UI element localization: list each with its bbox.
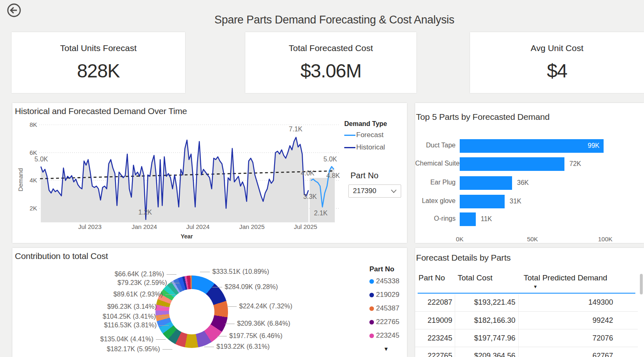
donut-legend-item-223245[interactable]: 223245 <box>369 331 400 340</box>
kpi-label: Total Units Forecast <box>60 43 137 53</box>
donut-slice-label: $333.51K (10.89%) <box>212 268 269 275</box>
table-row[interactable]: 219009$182,166.3099242 <box>415 311 638 329</box>
label-connector <box>212 287 222 287</box>
table-scrollbar-thumb[interactable] <box>640 274 643 294</box>
y-tick-label: 8K <box>21 121 37 128</box>
column-header-total-cost[interactable]: Total Cost <box>458 273 492 282</box>
column-header-part-no[interactable]: Part No <box>418 273 445 282</box>
bar-x-tick-label: 100K <box>598 236 612 243</box>
bar-x-tick-label: 50K <box>527 236 538 243</box>
chevron-down-icon <box>391 189 397 193</box>
historical-area <box>41 138 308 223</box>
legend-dot-icon <box>369 279 374 284</box>
bar-value-label: 31K <box>510 198 521 205</box>
table-cell: 99242 <box>539 316 613 325</box>
data-point-label: 4.0K <box>301 170 315 177</box>
x-tick-label: Jan 2025 <box>239 223 265 230</box>
demand-line-chart[interactable] <box>39 121 340 226</box>
part-no-slicer-label: Part No <box>350 171 378 180</box>
donut-slice-label: $79.23K (2.59%) <box>118 279 167 287</box>
x-axis-title: Year <box>181 233 193 240</box>
bar-category-label: O-rings <box>415 215 456 222</box>
donut-chart-title: Contribution to total Cost <box>15 251 108 261</box>
donut-slice-label: $209.36K (6.84%) <box>237 320 290 327</box>
legend-line-swatch <box>344 135 355 136</box>
label-connector <box>227 306 237 307</box>
kpi-value: $4 <box>547 60 567 82</box>
label-connector <box>159 325 169 326</box>
donut-slice-label: $197.75K (6.46%) <box>229 332 282 340</box>
donut-slice-label: $66.64K (2.18%) <box>115 271 164 278</box>
column-header-total-predicted-demand[interactable]: Total Predicted Demand <box>524 273 607 282</box>
legend-dot-icon <box>369 334 374 338</box>
table-row[interactable]: 222087$193,221.45149300 <box>415 294 638 311</box>
label-connector <box>204 347 214 347</box>
legend-line-swatch <box>344 147 355 148</box>
table-row[interactable]: 223245$197,747.9672076 <box>415 329 638 347</box>
bar-duct-tape[interactable]: 99K <box>460 139 604 153</box>
sort-descending-icon[interactable]: ▼ <box>533 284 538 289</box>
table-body: 222087$193,221.45149300219009$182,166.30… <box>415 294 638 357</box>
donut-legend-label: 245387 <box>376 304 400 313</box>
table-title: Forecast Details by Parts <box>416 253 511 263</box>
donut-legend-title: Part No <box>369 265 394 273</box>
kpi-value: 828K <box>77 60 120 82</box>
donut-panel: Contribution to total Cost $333.51K (10.… <box>12 248 407 357</box>
part-no-dropdown[interactable]: 217390 <box>348 184 401 198</box>
details-table-panel: Forecast Details by Parts Part NoTotal C… <box>415 248 644 357</box>
kpi-value: $3.06M <box>301 60 361 82</box>
table-cell: 219009 <box>418 316 452 325</box>
table-cell: 72076 <box>539 334 613 343</box>
donut-hole <box>169 289 214 334</box>
bar-category-label: Chemical Suite <box>415 160 456 167</box>
legend-item-label: Historical <box>356 143 385 152</box>
bar-latex-glove[interactable] <box>460 195 505 208</box>
bar-value-label: 72K <box>569 160 581 168</box>
donut-legend-label: 219029 <box>376 291 400 299</box>
donut-legend-item-222765[interactable]: 222765 <box>369 318 400 326</box>
label-connector <box>159 307 169 307</box>
bar-o-rings[interactable] <box>460 212 476 226</box>
donut-legend-item-245387[interactable]: 245387 <box>369 304 400 313</box>
table-cell: 222765 <box>418 352 452 357</box>
donut-legend-label: 222765 <box>376 318 400 326</box>
label-connector <box>165 294 175 295</box>
bar-category-label: Duct Tape <box>415 142 456 149</box>
legend-item-historical[interactable]: Historical <box>344 143 385 152</box>
donut-slice-label: $116.53K (3.81%) <box>104 322 157 329</box>
part-no-dropdown-value: 217390 <box>353 187 376 195</box>
donut-legend-item-245338[interactable]: 245338 <box>369 277 400 285</box>
back-arrow-icon <box>6 2 22 19</box>
legend-item-forecast[interactable]: Forecast <box>344 131 383 139</box>
kpi-card-avg-unit-cost: Avg Unit Cost $4 <box>470 32 644 93</box>
top5-bar-panel: Top 5 Parts by Forecasted Demand Duct Ta… <box>415 103 644 243</box>
table-cell: $193,221.45 <box>465 298 515 307</box>
table-cell: 222087 <box>418 298 452 307</box>
label-connector <box>225 324 235 324</box>
table-cell: $182,166.30 <box>465 316 515 325</box>
donut-legend-item-219029[interactable]: 219029 <box>369 291 400 299</box>
legend-more-icon[interactable]: ▼ <box>383 346 389 352</box>
data-point-label: 7.1K <box>289 126 303 133</box>
table-cell: $209,364.56 <box>465 352 515 357</box>
kpi-label: Avg Unit Cost <box>531 43 583 53</box>
bar-value-label: 99K <box>588 142 599 149</box>
kpi-card-total-forecasted-cost: Total Forecasted Cost $3.06M <box>245 32 416 93</box>
donut-slice-label: $96.23K (3.14%) <box>107 303 157 310</box>
data-point-label: 4.8K <box>327 172 340 180</box>
label-connector <box>158 317 168 317</box>
legend-dot-icon <box>369 293 374 297</box>
page-title: Spare Parts Demand Forecasting & Cost An… <box>25 14 644 26</box>
table-row[interactable]: 222765$209,364.5662767 <box>415 347 638 357</box>
donut-legend-label: 223245 <box>376 331 400 340</box>
bar-chemical-suite[interactable] <box>460 157 564 171</box>
table-cell: 149300 <box>539 298 613 307</box>
demand-chart-panel: Historical and Forecasted Demand Over Ti… <box>12 103 407 243</box>
label-connector <box>200 272 210 272</box>
bar-value-label: 11K <box>481 215 492 223</box>
legend-dot-icon <box>369 320 374 324</box>
bar-ear-plug[interactable] <box>460 176 512 190</box>
label-connector <box>162 349 172 350</box>
back-button[interactable] <box>6 2 22 19</box>
x-tick-label: Jan 2024 <box>132 223 157 230</box>
